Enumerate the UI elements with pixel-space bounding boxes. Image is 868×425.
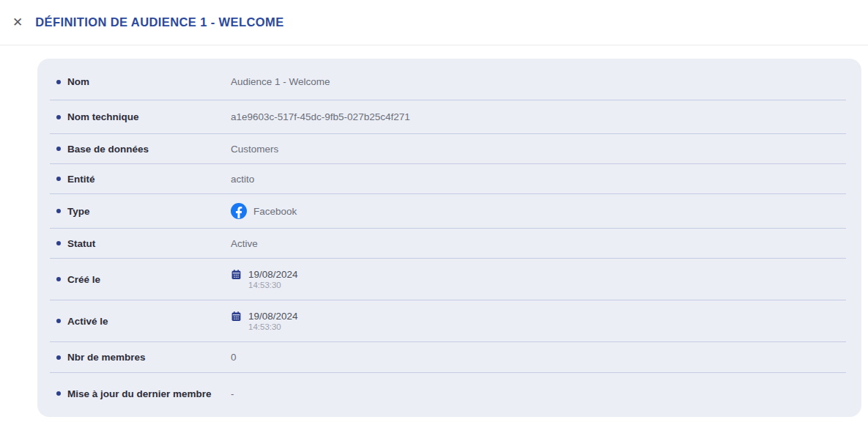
- bullet-icon: [56, 177, 61, 181]
- detail-value: Active: [231, 238, 258, 249]
- detail-value: Audience 1 - Welcome: [231, 76, 330, 87]
- bullet-icon: [56, 277, 61, 281]
- detail-value: a1e9603c-517f-45dc-9fb5-027b25c4f271: [231, 111, 410, 122]
- bullet-icon: [56, 147, 61, 151]
- bullet-icon: [56, 241, 61, 245]
- detail-row-base-de-donnees: Base de données Customers: [50, 134, 846, 164]
- detail-row-entite: Entité actito: [50, 164, 846, 194]
- audience-definition-panel: ✕ DÉFINITION DE AUDIENCE 1 - WELCOME Nom…: [0, 0, 868, 425]
- detail-label: Mise à jour du dernier membre: [67, 388, 231, 399]
- detail-label: Statut: [67, 238, 231, 249]
- bullet-icon: [56, 391, 61, 396]
- detail-label: Nbr de membres: [67, 352, 231, 363]
- detail-value: 19/08/2024 14:53:30: [231, 269, 298, 289]
- detail-label: Type: [67, 206, 231, 217]
- detail-row-statut: Statut Active: [50, 229, 846, 259]
- bullet-icon: [56, 209, 61, 213]
- bullet-icon: [56, 319, 61, 323]
- detail-label: Entité: [67, 174, 231, 185]
- detail-row-active-le: Activé le: [50, 300, 846, 342]
- panel-header: ✕ DÉFINITION DE AUDIENCE 1 - WELCOME: [0, 0, 868, 45]
- detail-value: Customers: [231, 144, 278, 155]
- detail-value: actito: [231, 174, 254, 185]
- panel-body: Nom Audience 1 - Welcome Nom technique a…: [0, 59, 868, 417]
- detail-value-text: Facebook: [253, 206, 297, 217]
- detail-time: 14:53:30: [248, 281, 298, 289]
- detail-row-type: Type Facebook: [50, 194, 846, 229]
- audience-details-card: Nom Audience 1 - Welcome Nom technique a…: [37, 59, 861, 417]
- detail-value: Facebook: [231, 203, 297, 219]
- detail-date: 19/08/2024: [248, 269, 298, 280]
- calendar-icon: [231, 269, 242, 280]
- bullet-icon: [56, 115, 61, 119]
- bullet-icon: [56, 355, 61, 360]
- detail-date: 19/08/2024: [248, 311, 298, 322]
- detail-row-nom: Nom Audience 1 - Welcome: [50, 64, 846, 100]
- close-button[interactable]: ✕: [8, 12, 27, 33]
- page-title: DÉFINITION DE AUDIENCE 1 - WELCOME: [35, 15, 283, 29]
- detail-value: -: [231, 388, 234, 399]
- detail-label: Activé le: [67, 316, 231, 327]
- detail-label: Créé le: [67, 274, 231, 285]
- bullet-icon: [56, 80, 61, 84]
- calendar-icon: [231, 311, 242, 322]
- detail-row-nbr-de-membres: Nbr de membres 0: [50, 342, 846, 373]
- detail-label: Nom: [67, 76, 231, 87]
- detail-label: Nom technique: [67, 111, 231, 122]
- detail-label: Base de données: [67, 144, 231, 155]
- detail-row-cree-le: Créé le 19: [50, 259, 846, 300]
- facebook-icon: [231, 203, 247, 219]
- detail-row-nom-technique: Nom technique a1e9603c-517f-45dc-9fb5-02…: [50, 100, 846, 134]
- detail-time: 14:53:30: [248, 322, 298, 331]
- detail-row-mise-a-jour: Mise à jour du dernier membre -: [50, 373, 846, 414]
- detail-value: 0: [231, 352, 237, 363]
- detail-value: 19/08/2024 14:53:30: [231, 311, 298, 331]
